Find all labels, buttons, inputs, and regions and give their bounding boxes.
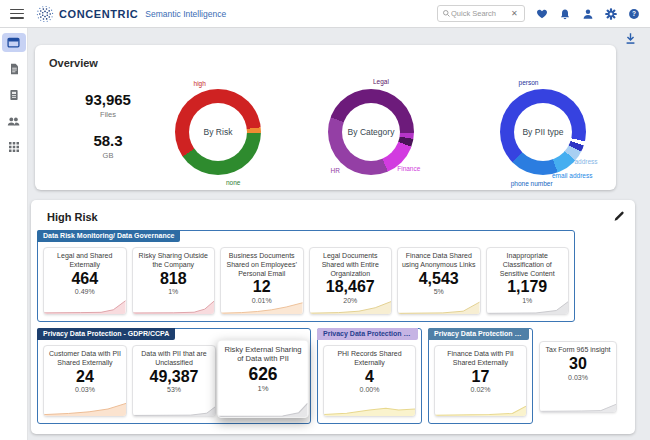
donut-ring[interactable]: By Risk [175, 89, 261, 175]
sidebar-item-users[interactable] [2, 111, 26, 130]
metric-sparkline [540, 398, 616, 412]
brand-name: CONCENTRIC [59, 8, 138, 20]
overview-panel: Overview 93,965 Files 58.3 GB By Riskhig… [35, 45, 616, 190]
metric-percent: 0.49% [75, 288, 95, 295]
metric-value: 17 [472, 369, 490, 386]
donut-chart-by-category: By CategoryLegalFinanceHR [296, 78, 446, 190]
left-sidebar [0, 28, 28, 440]
metric-card[interactable]: Inappropriate Classification of Sensitiv… [486, 247, 570, 315]
donut-ring[interactable]: By PII type [500, 89, 586, 175]
metric-title: Legal Documents Shared with Entire Organ… [313, 252, 389, 278]
metric-title: PHI Records Shared Externally [327, 350, 412, 368]
donut-segment-label: address [574, 158, 597, 165]
sidebar-item-reports[interactable] [2, 85, 26, 104]
donut-center-label: By Category [348, 127, 395, 137]
risk-category-group: Data Risk Monitoring/ Data Governance Le… [37, 230, 575, 322]
metric-title: Finance Data Shared using Anonymous Link… [401, 252, 477, 270]
document-icon [8, 63, 20, 75]
metric-value: 4,543 [419, 271, 459, 288]
sidebar-item-apps[interactable] [2, 137, 26, 156]
files-count: 93,965 [63, 91, 153, 108]
download-icon[interactable] [624, 32, 637, 48]
gb-count: 58.3 [63, 132, 153, 149]
risk-category-group: Privacy Data Protection - GLBA Finance D… [428, 328, 533, 424]
favorites-heart-icon[interactable] [536, 8, 548, 20]
metric-card[interactable]: Risky Sharing Outside the Company 818 1% [132, 247, 216, 315]
donut-center-label: By Risk [204, 127, 233, 137]
metric-card[interactable]: Legal Documents Shared with Entire Organ… [309, 247, 393, 315]
risk-groups-row2: Privacy Data Protection - GDPR/CCPA Cust… [37, 328, 631, 424]
donut-segment-label: email address [552, 172, 592, 179]
metric-percent: 0.00% [360, 386, 380, 393]
donut-chart-by-pii-type: By PII typepersonaddressemail addresspho… [468, 78, 618, 190]
group-cards: Legal and Shared Externally 464 0.49% Ri… [43, 247, 569, 315]
metric-percent: 53% [167, 386, 181, 393]
metric-card[interactable]: Risky External Sharing of Data with PII … [217, 340, 309, 418]
risk-category-group: Privacy Data Protection - HIPAA PHI Reco… [317, 328, 422, 424]
search-clear-icon[interactable]: ✕ [511, 9, 518, 18]
metric-sparkline [398, 300, 480, 314]
metric-title: Data with PII that are Unclassified [136, 350, 212, 368]
files-label: Files [63, 110, 153, 119]
metric-sparkline [44, 300, 126, 314]
group-label: Privacy Data Protection - GDPR/CCPA [37, 328, 175, 340]
risk-category-group: Privacy Data Protection - GDPR/CCPA Cust… [37, 328, 311, 424]
group-cards: PHI Records Shared Externally 4 0.00% [323, 345, 416, 417]
standalone-card-slot: Tax Form 965 insight 30 0.03% [539, 341, 617, 413]
donut-ring[interactable]: By Category [328, 89, 414, 175]
group-label: Privacy Data Protection - HIPAA [317, 328, 418, 340]
metric-card[interactable]: Customer Data with PII Shared Externally… [43, 345, 127, 417]
sidebar-item-documents[interactable] [2, 59, 26, 78]
metric-value: 1,179 [507, 279, 547, 296]
quick-search-box[interactable]: ✕ [437, 5, 525, 22]
main-content: Overview 93,965 Files 58.3 GB By Riskhig… [28, 28, 650, 440]
group-cards: Customer Data with PII Shared Externally… [43, 345, 305, 417]
metric-sparkline [487, 300, 569, 314]
metric-card[interactable]: PHI Records Shared Externally 4 0.00% [323, 345, 416, 417]
metric-percent: 5% [434, 288, 444, 295]
metric-title: Tax Form 965 insight [546, 346, 611, 355]
metric-percent: 1% [168, 288, 178, 295]
risk-groups-row1: Data Risk Monitoring/ Data Governance Le… [37, 230, 575, 322]
sidebar-item-dashboard[interactable] [2, 33, 26, 52]
donut-segment-label: Legal [373, 77, 389, 84]
gb-stat: 58.3 GB [63, 132, 153, 160]
dashboard-icon [7, 36, 20, 49]
group-label: Privacy Data Protection - GLBA [428, 328, 529, 340]
svg-text:?: ? [632, 10, 636, 17]
high-risk-panel: High Risk Data Risk Monitoring/ Data Gov… [31, 200, 635, 434]
settings-gear-icon[interactable] [605, 8, 617, 20]
metric-percent: 1% [257, 385, 268, 393]
quick-search-input[interactable] [451, 9, 509, 18]
metric-sparkline [133, 402, 215, 416]
metric-title: Legal and Shared Externally [47, 252, 123, 270]
edit-pencil-icon[interactable] [613, 210, 625, 225]
metric-card[interactable]: Legal and Shared Externally 464 0.49% [43, 247, 127, 315]
overview-stats: 93,965 Files 58.3 GB [63, 91, 153, 160]
help-icon[interactable]: ? [628, 8, 640, 20]
metric-title: Finance Data with PII Shared Externally [438, 350, 523, 368]
user-profile-icon[interactable] [582, 8, 594, 20]
metric-title: Inappropriate Classification of Sensitiv… [490, 252, 566, 278]
metric-sparkline [324, 402, 415, 416]
metric-value: 818 [160, 271, 187, 288]
metric-card[interactable]: Finance Data Shared using Anonymous Link… [397, 247, 481, 315]
files-stat: 93,965 Files [63, 91, 153, 119]
metric-card[interactable]: Tax Form 965 insight 30 0.03% [539, 341, 617, 413]
metric-card[interactable]: Business Documents Shared on Employees’ … [220, 247, 304, 315]
donut-segment-label: Finance [397, 164, 420, 171]
metric-title: Risky External Sharing of Data with PII [222, 345, 305, 364]
donut-segment-label: phone number [511, 179, 553, 186]
metric-card[interactable]: Data with PII that are Unclassified 49,3… [132, 345, 216, 417]
report-icon [8, 89, 20, 101]
metric-value: 18,467 [326, 279, 375, 296]
metric-value: 626 [248, 365, 277, 383]
overview-title: Overview [49, 57, 98, 69]
menu-hamburger-icon[interactable] [10, 9, 24, 19]
donut-chart-by-risk: By Riskhighnone [143, 78, 293, 190]
metric-value: 49,387 [150, 369, 199, 386]
donut-hole: By Risk [189, 103, 247, 161]
metric-card[interactable]: Finance Data with PII Shared Externally … [434, 345, 527, 417]
notifications-bell-icon[interactable] [559, 8, 571, 20]
donut-hole: By Category [342, 103, 400, 161]
